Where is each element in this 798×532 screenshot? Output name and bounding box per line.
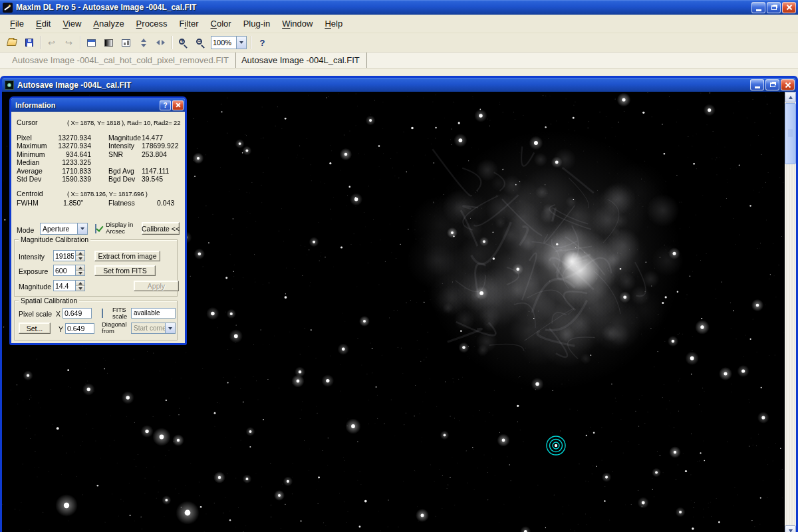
zoom-out-button[interactable]: − bbox=[192, 35, 209, 51]
undo-button[interactable]: ↩ bbox=[43, 35, 60, 51]
spinner-buttons[interactable] bbox=[75, 281, 84, 291]
display-in-arcsec-checkbox[interactable] bbox=[95, 224, 96, 233]
apply-button[interactable]: Apply bbox=[134, 281, 179, 291]
spin-up-icon bbox=[78, 252, 82, 255]
image-window-title: Autosave Image -004L_cal.FIT bbox=[17, 80, 750, 90]
set-from-fits-button[interactable]: Set from FITS bbox=[94, 265, 156, 276]
stat-label: Median bbox=[17, 158, 47, 166]
stat-label: SNR bbox=[108, 150, 123, 158]
scroll-down-button[interactable] bbox=[785, 525, 796, 532]
toolbar-separator bbox=[80, 36, 80, 49]
stats-row: Minimum934.641 SNR253.804 bbox=[11, 150, 185, 158]
image-close-button[interactable] bbox=[781, 79, 795, 90]
mode-dropdown-button[interactable] bbox=[77, 223, 87, 234]
menu-item-filter[interactable]: Filter bbox=[174, 15, 205, 33]
stat-value: 39.545 bbox=[142, 175, 163, 183]
diagonal-dropdown-button[interactable] bbox=[165, 323, 175, 333]
set-button[interactable]: Set... bbox=[19, 323, 51, 334]
menu-item-window[interactable]: Window bbox=[276, 15, 319, 33]
spin-up-icon bbox=[78, 282, 82, 285]
mirror-horizontal-icon bbox=[156, 39, 165, 47]
spin-down-icon bbox=[78, 257, 82, 260]
histogram-button[interactable] bbox=[118, 35, 134, 51]
calibrate-button[interactable]: Calibrate << bbox=[142, 222, 180, 235]
spinner-buttons[interactable] bbox=[75, 251, 84, 261]
image-minimize-button[interactable] bbox=[750, 79, 764, 90]
redo-button[interactable]: ↪ bbox=[61, 35, 77, 51]
flatness-value: 0.043 bbox=[157, 199, 174, 207]
fits-label-line2: scale bbox=[112, 313, 127, 320]
menu-item-analyze[interactable]: Analyze bbox=[87, 15, 130, 33]
context-help-button[interactable]: ? bbox=[254, 35, 271, 51]
close-icon bbox=[786, 4, 793, 11]
tab-hot-cold-pixel-removed[interactable]: Autosave Image -004L_cal_hot_cold_pixel_… bbox=[7, 53, 236, 68]
application-window: MaxIm DL Pro 5 - Autosave Image -004L_ca… bbox=[0, 0, 798, 532]
chevron-down-icon bbox=[168, 327, 172, 330]
zoom-level-combo bbox=[211, 36, 247, 49]
mirror-horizontal-button[interactable] bbox=[152, 35, 169, 51]
stat-label: Maximum bbox=[17, 142, 47, 150]
image-restore-button[interactable] bbox=[765, 79, 779, 90]
fits-scale-checkbox[interactable] bbox=[102, 309, 103, 318]
arrow-down-icon bbox=[789, 529, 793, 532]
minimize-icon bbox=[756, 9, 761, 11]
stat-label: Average bbox=[17, 167, 47, 175]
mode-value: Aperture bbox=[41, 225, 77, 233]
flip-vertical-icon bbox=[140, 39, 148, 47]
stat-value: 253.804 bbox=[142, 150, 167, 158]
information-dialog: Information ? Cursor ( X= 1878, Y= 1818 … bbox=[9, 96, 187, 345]
menu-item-plugin[interactable]: Plug-in bbox=[237, 15, 277, 33]
stat-value: 178699.922 bbox=[142, 142, 178, 150]
menu-item-help[interactable]: Help bbox=[319, 15, 348, 33]
dialog-help-button[interactable]: ? bbox=[160, 100, 171, 110]
stats-row: Median1233.325 bbox=[11, 158, 185, 166]
menu-item-view[interactable]: View bbox=[57, 15, 87, 33]
magnitude-input[interactable] bbox=[54, 281, 75, 291]
save-floppy-icon bbox=[25, 39, 33, 47]
y-label: Y bbox=[59, 325, 63, 333]
exposure-input[interactable] bbox=[54, 265, 75, 275]
flip-vertical-button[interactable] bbox=[135, 35, 152, 51]
information-window-button[interactable] bbox=[83, 35, 100, 51]
open-folder-icon bbox=[6, 39, 17, 46]
close-icon bbox=[176, 102, 181, 108]
pixel-scale-x-input[interactable] bbox=[63, 309, 91, 318]
extract-from-image-button[interactable]: Extract from image bbox=[94, 251, 160, 261]
close-icon bbox=[785, 82, 791, 88]
tab-autosave-cal[interactable]: Autosave Image -004L_cal.FIT bbox=[236, 53, 367, 68]
diagonal-from-combo[interactable]: Start corner bbox=[131, 323, 176, 334]
exposure-spinner bbox=[53, 265, 85, 276]
spinner-buttons[interactable] bbox=[75, 265, 84, 275]
stat-value: 13270.934 bbox=[47, 142, 91, 150]
zoom-level-input[interactable] bbox=[211, 39, 236, 47]
close-button[interactable] bbox=[782, 2, 796, 13]
zoom-dropdown-button[interactable] bbox=[236, 37, 246, 49]
open-button[interactable] bbox=[3, 35, 20, 51]
pixel-scale-y-input[interactable] bbox=[66, 324, 94, 333]
restore-button[interactable] bbox=[767, 2, 781, 13]
stat-label: Bgd Dev bbox=[108, 175, 135, 183]
dialog-close-button[interactable] bbox=[172, 100, 184, 110]
spatial-calibration-group: Spatial Calibration Pixel scale X FITS s… bbox=[14, 301, 178, 340]
document-tab-bar: Autosave Image -004L_cal_hot_cold_pixel_… bbox=[0, 53, 798, 68]
mode-combo[interactable]: Aperture bbox=[40, 223, 88, 235]
menu-item-file[interactable]: File bbox=[4, 15, 30, 33]
fwhm-value: 1.850" bbox=[63, 199, 83, 207]
minimize-button[interactable] bbox=[751, 2, 765, 13]
menu-item-process[interactable]: Process bbox=[130, 15, 174, 33]
scroll-up-button[interactable] bbox=[785, 92, 796, 102]
save-button[interactable] bbox=[21, 35, 37, 51]
menu-item-color[interactable]: Color bbox=[205, 15, 237, 33]
menu-item-edit[interactable]: Edit bbox=[30, 15, 57, 33]
chevron-down-icon bbox=[239, 41, 243, 44]
toolbar: ↩ ↪ + − ? bbox=[0, 33, 798, 53]
diagonal-from-value: Start corner bbox=[132, 325, 165, 332]
centroid-value: ( X= 1878.126, Y= 1817.696 ) bbox=[67, 190, 148, 198]
screen-stretch-button[interactable] bbox=[100, 35, 117, 51]
spin-down-icon bbox=[78, 287, 82, 290]
intensity-input[interactable] bbox=[54, 251, 75, 261]
fits-scale-availability-field: available bbox=[131, 308, 176, 319]
zoom-in-button[interactable]: + bbox=[175, 35, 192, 51]
scrollbar-thumb[interactable] bbox=[785, 103, 796, 164]
pixel-scale-y-field bbox=[65, 323, 94, 334]
